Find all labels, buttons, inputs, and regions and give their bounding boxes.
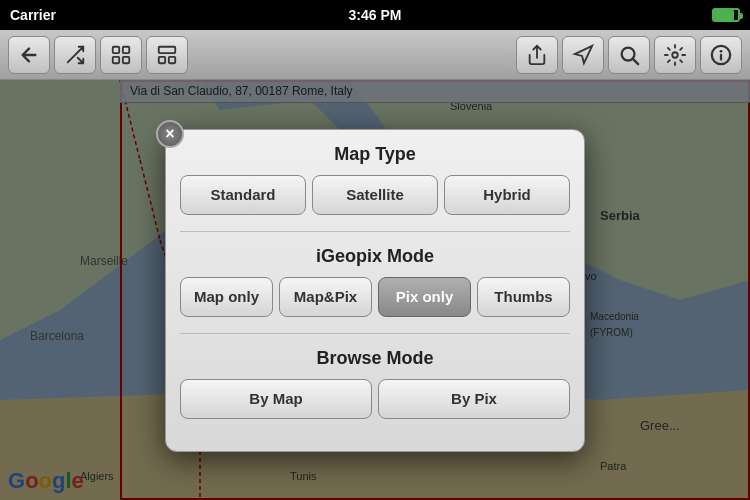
info-button[interactable] [700,36,742,74]
svg-rect-4 [159,46,176,52]
grid-button[interactable] [100,36,142,74]
map-type-standard-button[interactable]: Standard [180,175,306,215]
map-type-satellite-button[interactable]: Satellite [312,175,438,215]
status-left: Carrier [10,7,62,23]
layout-button[interactable] [146,36,188,74]
search-button[interactable] [608,36,650,74]
close-button[interactable]: × [156,120,184,148]
browse-buttons: By Map By Pix [166,379,584,433]
igeopix-section: iGeopix Mode Map only Map&Pix Pix only T… [166,232,584,331]
settings-modal: × Map Type Standard Satellite Hybrid iGe… [165,129,585,452]
svg-rect-6 [169,56,175,62]
status-right [712,8,740,22]
browse-section: Browse Mode By Map By Pix [166,334,584,433]
igeopix-buttons: Map only Map&Pix Pix only Thumbs [166,277,584,331]
status-bar: Carrier 3:46 PM [0,0,750,30]
igeopix-pix-only-button[interactable]: Pix only [378,277,471,317]
map-type-buttons: Standard Satellite Hybrid [166,175,584,229]
modal-overlay: × Map Type Standard Satellite Hybrid iGe… [0,80,750,500]
map-type-hybrid-button[interactable]: Hybrid [444,175,570,215]
svg-rect-1 [123,46,129,52]
browse-by-map-button[interactable]: By Map [180,379,372,419]
svg-line-10 [633,59,638,64]
browse-by-pix-button[interactable]: By Pix [378,379,570,419]
svg-rect-0 [113,46,119,52]
navigate-button[interactable] [562,36,604,74]
svg-point-11 [672,52,678,58]
toolbar [0,30,750,80]
time-display: 3:46 PM [349,7,402,23]
settings-button[interactable] [654,36,696,74]
share-button[interactable] [516,36,558,74]
shuffle-button[interactable] [54,36,96,74]
svg-rect-3 [123,56,129,62]
svg-rect-5 [159,56,165,62]
svg-marker-8 [575,45,592,62]
map-type-title: Map Type [166,130,584,175]
carrier-label: Carrier [10,7,56,23]
igeopix-map-only-button[interactable]: Map only [180,277,273,317]
map-type-section: Map Type Standard Satellite Hybrid [166,130,584,229]
igeopix-thumbs-button[interactable]: Thumbs [477,277,570,317]
igeopix-map-pix-button[interactable]: Map&Pix [279,277,372,317]
browse-title: Browse Mode [166,334,584,379]
svg-rect-2 [113,56,119,62]
back-button[interactable] [8,36,50,74]
battery-icon [712,8,740,22]
igeopix-title: iGeopix Mode [166,232,584,277]
